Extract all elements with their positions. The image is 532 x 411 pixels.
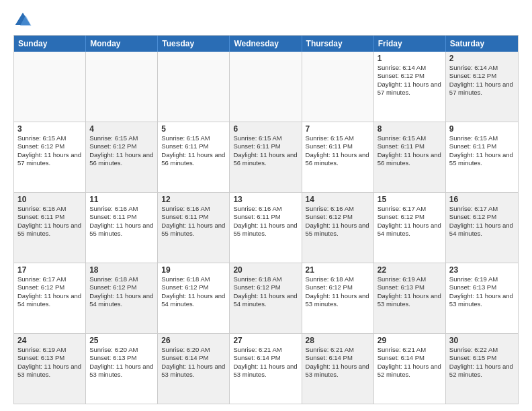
calendar-cell: 25Sunrise: 6:20 AMSunset: 6:13 PMDayligh… — [86, 334, 158, 404]
day-number: 25 — [89, 336, 154, 345]
day-number: 4 — [89, 124, 154, 134]
calendar-cell: 10Sunrise: 6:16 AMSunset: 6:11 PMDayligh… — [14, 193, 86, 263]
day-number: 2 — [449, 54, 515, 63]
calendar-cell: 13Sunrise: 6:16 AMSunset: 6:11 PMDayligh… — [230, 193, 302, 263]
day-info: Sunrise: 6:19 AMSunset: 6:13 PMDaylight:… — [17, 346, 82, 379]
calendar-cell: 15Sunrise: 6:17 AMSunset: 6:12 PMDayligh… — [374, 193, 446, 263]
calendar-body: 1Sunrise: 6:14 AMSunset: 6:12 PMDaylight… — [14, 52, 518, 404]
calendar-cell: 9Sunrise: 6:15 AMSunset: 6:11 PMDaylight… — [446, 122, 518, 192]
calendar: SundayMondayTuesdayWednesdayThursdayFrid… — [13, 35, 519, 404]
day-info: Sunrise: 6:14 AMSunset: 6:12 PMDaylight:… — [378, 64, 442, 97]
day-number: 23 — [449, 265, 515, 275]
day-number: 8 — [378, 124, 442, 134]
day-info: Sunrise: 6:21 AMSunset: 6:14 PMDaylight:… — [233, 346, 298, 379]
day-number: 7 — [306, 124, 370, 134]
day-info: Sunrise: 6:15 AMSunset: 6:12 PMDaylight:… — [89, 134, 154, 167]
calendar-cell: 14Sunrise: 6:16 AMSunset: 6:12 PMDayligh… — [302, 193, 374, 263]
calendar-row: 17Sunrise: 6:17 AMSunset: 6:12 PMDayligh… — [14, 263, 518, 333]
day-number: 5 — [161, 124, 226, 134]
day-number: 17 — [17, 265, 82, 275]
calendar-cell: 7Sunrise: 6:15 AMSunset: 6:11 PMDaylight… — [302, 122, 374, 192]
calendar-cell: 4Sunrise: 6:15 AMSunset: 6:12 PMDaylight… — [86, 122, 158, 192]
calendar-cell: 6Sunrise: 6:15 AMSunset: 6:11 PMDaylight… — [230, 122, 302, 192]
weekday-header: Monday — [86, 36, 158, 52]
day-number: 12 — [161, 195, 226, 204]
day-info: Sunrise: 6:15 AMSunset: 6:12 PMDaylight:… — [17, 134, 82, 167]
calendar-cell: 22Sunrise: 6:19 AMSunset: 6:13 PMDayligh… — [374, 263, 446, 333]
day-info: Sunrise: 6:21 AMSunset: 6:14 PMDaylight:… — [378, 346, 442, 379]
day-info: Sunrise: 6:15 AMSunset: 6:11 PMDaylight:… — [306, 134, 370, 167]
calendar-cell: 24Sunrise: 6:19 AMSunset: 6:13 PMDayligh… — [14, 334, 86, 404]
calendar-cell: 23Sunrise: 6:19 AMSunset: 6:13 PMDayligh… — [446, 263, 518, 333]
day-info: Sunrise: 6:21 AMSunset: 6:14 PMDaylight:… — [306, 346, 370, 379]
calendar-cell: 18Sunrise: 6:18 AMSunset: 6:12 PMDayligh… — [86, 263, 158, 333]
day-number: 30 — [449, 336, 515, 345]
day-number: 21 — [306, 265, 370, 275]
day-info: Sunrise: 6:16 AMSunset: 6:11 PMDaylight:… — [161, 205, 226, 238]
day-info: Sunrise: 6:19 AMSunset: 6:13 PMDaylight:… — [378, 275, 442, 308]
page: SundayMondayTuesdayWednesdayThursdayFrid… — [0, 0, 532, 411]
day-number: 6 — [233, 124, 298, 134]
day-info: Sunrise: 6:16 AMSunset: 6:11 PMDaylight:… — [233, 205, 298, 238]
day-info: Sunrise: 6:18 AMSunset: 6:12 PMDaylight:… — [161, 275, 226, 308]
day-info: Sunrise: 6:17 AMSunset: 6:12 PMDaylight:… — [17, 275, 82, 308]
weekday-header: Saturday — [446, 36, 518, 52]
day-number: 18 — [89, 265, 154, 275]
calendar-cell: 12Sunrise: 6:16 AMSunset: 6:11 PMDayligh… — [158, 193, 230, 263]
day-number: 9 — [449, 124, 515, 134]
day-info: Sunrise: 6:15 AMSunset: 6:11 PMDaylight:… — [233, 134, 298, 167]
calendar-cell — [158, 52, 230, 122]
day-info: Sunrise: 6:20 AMSunset: 6:14 PMDaylight:… — [161, 346, 226, 379]
calendar-cell: 20Sunrise: 6:18 AMSunset: 6:12 PMDayligh… — [230, 263, 302, 333]
calendar-cell: 17Sunrise: 6:17 AMSunset: 6:12 PMDayligh… — [14, 263, 86, 333]
day-info: Sunrise: 6:15 AMSunset: 6:11 PMDaylight:… — [378, 134, 442, 167]
calendar-cell: 2Sunrise: 6:14 AMSunset: 6:12 PMDaylight… — [446, 52, 518, 122]
calendar-cell: 8Sunrise: 6:15 AMSunset: 6:11 PMDaylight… — [374, 122, 446, 192]
day-number: 1 — [378, 54, 442, 63]
logo-icon — [13, 11, 32, 30]
day-number: 22 — [378, 265, 442, 275]
day-info: Sunrise: 6:16 AMSunset: 6:12 PMDaylight:… — [306, 205, 370, 238]
day-info: Sunrise: 6:15 AMSunset: 6:11 PMDaylight:… — [449, 134, 515, 167]
calendar-cell — [14, 52, 86, 122]
day-info: Sunrise: 6:18 AMSunset: 6:12 PMDaylight:… — [89, 275, 154, 308]
calendar-cell: 11Sunrise: 6:16 AMSunset: 6:11 PMDayligh… — [86, 193, 158, 263]
calendar-cell: 5Sunrise: 6:15 AMSunset: 6:11 PMDaylight… — [158, 122, 230, 192]
calendar-cell: 26Sunrise: 6:20 AMSunset: 6:14 PMDayligh… — [158, 334, 230, 404]
calendar-row: 10Sunrise: 6:16 AMSunset: 6:11 PMDayligh… — [14, 192, 518, 263]
weekday-header: Friday — [374, 36, 446, 52]
calendar-cell — [302, 52, 374, 122]
day-number: 19 — [161, 265, 226, 275]
day-number: 13 — [233, 195, 298, 204]
day-number: 15 — [378, 195, 442, 204]
weekday-header: Sunday — [14, 36, 86, 52]
day-info: Sunrise: 6:18 AMSunset: 6:12 PMDaylight:… — [233, 275, 298, 308]
day-info: Sunrise: 6:16 AMSunset: 6:11 PMDaylight:… — [17, 205, 82, 238]
calendar-cell: 21Sunrise: 6:18 AMSunset: 6:12 PMDayligh… — [302, 263, 374, 333]
calendar-cell — [230, 52, 302, 122]
day-info: Sunrise: 6:19 AMSunset: 6:13 PMDaylight:… — [449, 275, 515, 308]
day-info: Sunrise: 6:20 AMSunset: 6:13 PMDaylight:… — [89, 346, 154, 379]
day-number: 11 — [89, 195, 154, 204]
calendar-cell: 28Sunrise: 6:21 AMSunset: 6:14 PMDayligh… — [302, 334, 374, 404]
weekday-header: Thursday — [302, 36, 374, 52]
day-info: Sunrise: 6:16 AMSunset: 6:11 PMDaylight:… — [89, 205, 154, 238]
calendar-row: 24Sunrise: 6:19 AMSunset: 6:13 PMDayligh… — [14, 333, 518, 404]
weekday-header: Wednesday — [230, 36, 302, 52]
calendar-cell: 1Sunrise: 6:14 AMSunset: 6:12 PMDaylight… — [374, 52, 446, 122]
day-info: Sunrise: 6:14 AMSunset: 6:12 PMDaylight:… — [449, 64, 515, 97]
day-info: Sunrise: 6:17 AMSunset: 6:12 PMDaylight:… — [378, 205, 442, 238]
day-info: Sunrise: 6:22 AMSunset: 6:15 PMDaylight:… — [449, 346, 515, 379]
day-number: 14 — [306, 195, 370, 204]
calendar-cell: 27Sunrise: 6:21 AMSunset: 6:14 PMDayligh… — [230, 334, 302, 404]
day-number: 24 — [17, 336, 82, 345]
calendar-cell: 30Sunrise: 6:22 AMSunset: 6:15 PMDayligh… — [446, 334, 518, 404]
calendar-cell — [86, 52, 158, 122]
day-info: Sunrise: 6:15 AMSunset: 6:11 PMDaylight:… — [161, 134, 226, 167]
calendar-cell: 29Sunrise: 6:21 AMSunset: 6:14 PMDayligh… — [374, 334, 446, 404]
day-info: Sunrise: 6:18 AMSunset: 6:12 PMDaylight:… — [306, 275, 370, 308]
day-number: 16 — [449, 195, 515, 204]
day-number: 29 — [378, 336, 442, 345]
day-info: Sunrise: 6:17 AMSunset: 6:12 PMDaylight:… — [449, 205, 515, 238]
calendar-row: 1Sunrise: 6:14 AMSunset: 6:12 PMDaylight… — [14, 52, 518, 122]
